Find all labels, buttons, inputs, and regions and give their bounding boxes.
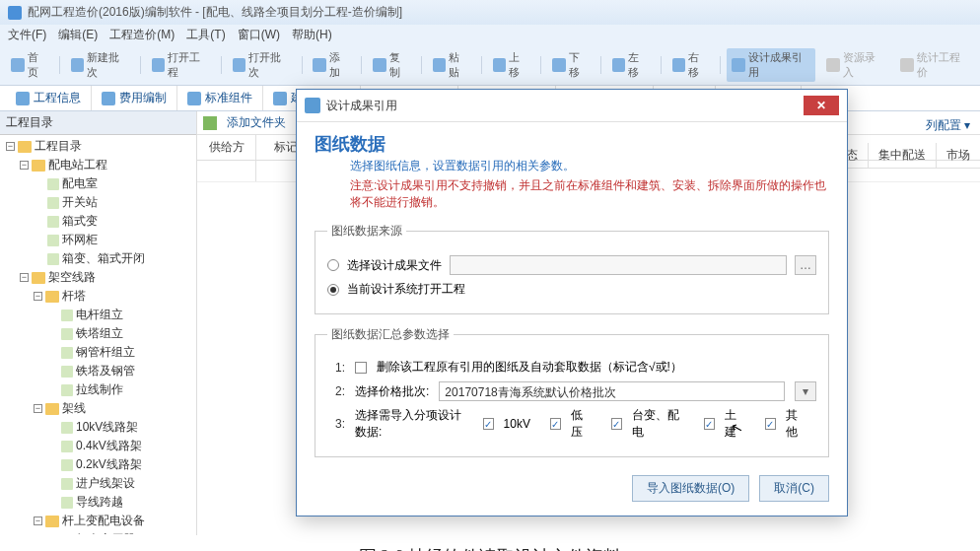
toolbar-button[interactable]: 上移: [488, 48, 535, 82]
toolbar-button-disabled: 统计工程价: [895, 48, 974, 82]
import-checkbox[interactable]: [765, 418, 776, 430]
tree-node[interactable]: 箱式变: [0, 212, 196, 231]
figure-caption: 图 2-9 技经软件读取设计文件资料: [0, 535, 980, 551]
tree-node[interactable]: 0.4kV线路架: [0, 437, 196, 455]
import-checkbox-label: 低压: [571, 407, 592, 441]
file-path-input[interactable]: [450, 255, 787, 275]
column-config[interactable]: 列配置 ▾: [926, 117, 970, 134]
import-checkbox[interactable]: [550, 418, 561, 430]
design-result-dialog: 设计成果引用 ✕ 图纸数据 选择图纸信息，设置数据引用的相关参数。 注意:设计成…: [296, 89, 848, 517]
menu-item[interactable]: 编辑(E): [58, 27, 98, 43]
main-tab[interactable]: 工程信息: [6, 86, 92, 110]
menu-item[interactable]: 工程造价(M): [109, 27, 175, 43]
radio-select-file[interactable]: [327, 259, 339, 271]
toolbar-button[interactable]: 左移: [607, 48, 655, 82]
price-batch-label: 选择价格批次:: [355, 383, 429, 400]
import-button[interactable]: 导入图纸数据(O): [632, 475, 749, 502]
toolbar-button[interactable]: 打开工程: [147, 48, 215, 82]
row3-num: 3:: [335, 417, 345, 431]
tree-node[interactable]: 0.2kV线路架: [0, 455, 196, 474]
tree-node[interactable]: −架空线路: [0, 268, 196, 287]
project-tree[interactable]: −工程目录−配电站工程配电室开关站箱式变环网柜箱变、箱式开闭−架空线路−杆塔电杆…: [0, 135, 196, 534]
source-legend: 图纸数据来源: [327, 223, 406, 240]
toolbar-button[interactable]: 打开批次: [228, 48, 296, 82]
params-legend: 图纸数据汇总参数选择: [327, 326, 454, 343]
tree-node[interactable]: 开关站: [0, 193, 196, 212]
tree-node[interactable]: 电杆组立: [0, 306, 196, 324]
import-checkbox-label: 其他: [786, 407, 806, 441]
delete-original-checkbox[interactable]: [355, 362, 367, 374]
row1-num: 1:: [335, 361, 345, 375]
import-checkbox[interactable]: [704, 418, 715, 430]
toolbar: 首页新建批次打开工程打开批次添加复制粘贴上移下移左移右移设计成果引用资源录入统计…: [0, 45, 980, 86]
radio-select-file-label: 选择设计成果文件: [347, 257, 442, 274]
tree-node[interactable]: 环网柜: [0, 231, 196, 249]
toolbar-button[interactable]: 首页: [6, 48, 53, 82]
tree-node[interactable]: 铁塔组立: [0, 324, 196, 343]
window-titlebar: 配网工程造价(2016版)编制软件 - [配电、线路全项目划分工程-造价编制]: [0, 0, 980, 25]
dialog-title: 设计成果引用: [326, 98, 397, 114]
toolbar-button[interactable]: 下移: [547, 48, 595, 82]
main-tab[interactable]: 费用编制: [92, 86, 177, 110]
import-checkbox[interactable]: [611, 418, 622, 430]
row2-num: 2:: [335, 384, 345, 398]
cancel-button[interactable]: 取消(C): [759, 475, 829, 502]
add-folder-button[interactable]: 添加文件夹: [227, 114, 286, 131]
app-icon: [8, 6, 22, 20]
delete-original-label: 删除该工程原有引用的图纸及自动套取数据（标记含√或!）: [377, 359, 682, 376]
import-checkbox-label: 台变、配电: [632, 407, 684, 441]
menu-item[interactable]: 帮助(H): [292, 27, 332, 43]
source-fieldset: 图纸数据来源 选择设计成果文件 … 当前设计系统打开工程: [315, 223, 829, 314]
toolbar-button[interactable]: 复制: [368, 48, 415, 82]
tree-node[interactable]: 拉线制作: [0, 380, 196, 399]
tree-node[interactable]: 导线跨越: [0, 493, 196, 512]
toolbar-button[interactable]: 添加: [308, 48, 355, 82]
price-batch-dropdown[interactable]: ▾: [795, 381, 816, 401]
tree-node[interactable]: 钢管杆组立: [0, 343, 196, 362]
toolbar-button[interactable]: 粘贴: [428, 48, 475, 82]
import-items-label: 选择需导入分项设计数据:: [355, 407, 473, 441]
right-col: 集中配送: [868, 143, 936, 169]
tree-node[interactable]: 10kV线路架: [0, 418, 196, 437]
menubar: 文件(F)编辑(E)工程造价(M)工具(T)窗口(W)帮助(H): [0, 25, 980, 45]
price-batch-select[interactable]: 20170718青海系统默认价格批次: [439, 381, 785, 401]
add-folder-icon: [203, 116, 217, 130]
window-title: 配网工程造价(2016版)编制软件 - [配电、线路全项目划分工程-造价编制]: [28, 4, 402, 21]
menu-item[interactable]: 工具(T): [186, 27, 225, 43]
main-tab[interactable]: 标准组件: [177, 86, 263, 110]
tree-node[interactable]: −架线: [0, 399, 196, 418]
tree-node[interactable]: −杆塔: [0, 287, 196, 306]
sidebar-title: 工程目录: [0, 111, 196, 135]
menu-item[interactable]: 文件(F): [8, 27, 46, 43]
radio-current-project[interactable]: [327, 284, 339, 296]
toolbar-button[interactable]: 新建批次: [66, 48, 134, 82]
grid-col: 供给方: [197, 135, 256, 160]
right-col: 市场: [936, 143, 980, 169]
tree-node[interactable]: 杆上变压器: [0, 530, 196, 534]
toolbar-button[interactable]: 右移: [667, 48, 715, 82]
dialog-subtitle: 选择图纸信息，设置数据引用的相关参数。: [350, 158, 829, 174]
dialog-warning: 注意:设计成果引用不支持撤销，并且之前在标准组件和建筑、安装、拆除界面所做的操作…: [350, 177, 829, 211]
toolbar-button-disabled: 资源录入: [821, 48, 889, 82]
tree-node[interactable]: −配电站工程: [0, 156, 196, 174]
tree-node[interactable]: 铁塔及钢管: [0, 362, 196, 380]
tree-node[interactable]: 箱变、箱式开闭: [0, 249, 196, 268]
browse-button[interactable]: …: [795, 255, 816, 275]
menu-item[interactable]: 窗口(W): [238, 27, 280, 43]
toolbar-button-active[interactable]: 设计成果引用: [727, 48, 815, 82]
import-checkbox-label: 10kV: [504, 417, 530, 431]
params-fieldset: 图纸数据汇总参数选择 1: 删除该工程原有引用的图纸及自动套取数据（标记含√或!…: [315, 326, 829, 457]
tree-node[interactable]: 进户线架设: [0, 474, 196, 493]
dialog-icon: [305, 98, 320, 113]
tree-node[interactable]: −杆上变配电设备: [0, 512, 196, 530]
tree-node[interactable]: −工程目录: [0, 137, 196, 156]
sidebar: 工程目录 −工程目录−配电站工程配电室开关站箱式变环网柜箱变、箱式开闭−架空线路…: [0, 111, 197, 535]
import-checkbox[interactable]: [483, 418, 494, 430]
radio-current-project-label: 当前设计系统打开工程: [347, 281, 465, 298]
tree-node[interactable]: 配电室: [0, 174, 196, 193]
dialog-titlebar: 设计成果引用 ✕: [297, 90, 847, 122]
close-button[interactable]: ✕: [804, 96, 839, 115]
dialog-heading: 图纸数据: [315, 132, 829, 156]
